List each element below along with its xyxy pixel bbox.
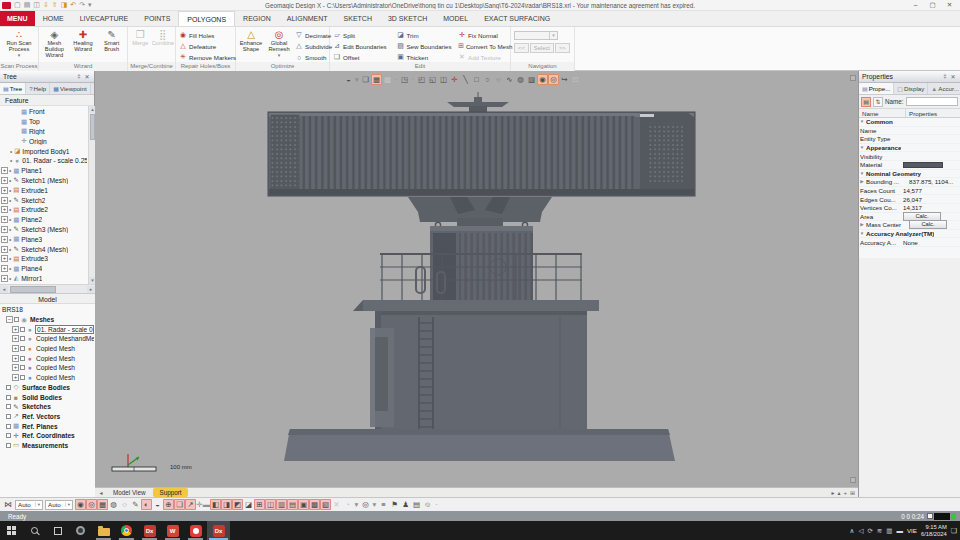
tree-horizontal-scrollbar[interactable]: ◂ ▸ <box>0 284 95 293</box>
circle-select-icon[interactable]: ○ <box>482 74 493 85</box>
tab-viewpoint[interactable]: ▦ Viewpoint <box>50 83 90 94</box>
import-icon[interactable]: ⇩ <box>43 0 49 10</box>
spline-select-icon[interactable]: ∿ <box>504 74 515 85</box>
taskbar-writer[interactable]: W <box>161 521 184 540</box>
task-view-button[interactable] <box>46 521 69 540</box>
nav-next-button[interactable]: >> <box>555 43 570 53</box>
expand-icon[interactable]: + <box>12 326 19 333</box>
close-button[interactable]: ✕ <box>941 0 958 10</box>
model-tree-item[interactable]: + ● Copied Mesh <box>1 344 94 354</box>
snap-mode-combo[interactable]: Auto ▾ <box>45 500 73 510</box>
model-tree-item[interactable]: BRS18 <box>1 305 94 315</box>
visibility-checkbox[interactable] <box>6 385 11 390</box>
feature-tree-item[interactable]: + • ◭ Mirror1 <box>1 274 87 284</box>
deselect-icon[interactable]: ↪ <box>559 74 570 85</box>
property-row[interactable]: Material <box>859 161 960 170</box>
visibility-checkbox[interactable] <box>6 414 11 419</box>
undo-icon[interactable]: ↶ <box>70 0 76 10</box>
tab-points[interactable]: POINTS <box>136 11 178 26</box>
decimate-button[interactable]: ▽ Decimate <box>293 30 334 40</box>
tab-tree[interactable]: ▤ Tree <box>0 83 26 94</box>
normal-display-icon[interactable]: ↗ <box>185 499 196 510</box>
feature-tree-item[interactable]: + • ▦ Plane3 <box>1 234 87 244</box>
nav-select-button[interactable]: Select <box>530 43 554 53</box>
taskbar-clock[interactable]: 9:15 AM 6/18/2024 <box>921 524 947 536</box>
categorized-view-button[interactable]: ▤ <box>861 97 871 107</box>
model-tree-item[interactable]: + ● Copied Mesh <box>1 353 94 363</box>
split-button[interactable]: ▱ Split <box>331 30 394 40</box>
cube-display-icon[interactable]: ❑ <box>174 499 185 510</box>
plane-top-icon[interactable]: ◱ <box>427 74 438 85</box>
enhance-shape-button[interactable]: △ Enhance Shape <box>237 28 265 62</box>
property-row[interactable]: ▼ Appearance <box>859 144 960 153</box>
network-status-icon[interactable]: ▥ <box>886 527 892 535</box>
navigation-combo[interactable]: ▾ <box>514 31 558 40</box>
ellipse-select-icon[interactable]: ◌ <box>493 74 504 85</box>
model-tree-item[interactable]: ↗ Ref. Vectors <box>1 412 94 422</box>
tab-model-view[interactable]: Model View <box>107 488 151 497</box>
tab-sketch[interactable]: SKETCH <box>336 11 380 26</box>
edit-boundaries-button[interactable]: ⊿ Edit Boundaries <box>331 41 394 51</box>
model-tree-item[interactable]: ▦ Ref. Planes <box>1 421 94 431</box>
property-row[interactable]: ▼ Nominal Geometry <box>859 170 960 179</box>
expand-icon[interactable]: + <box>1 216 8 223</box>
taskbar-chrome[interactable] <box>115 521 138 540</box>
remove-markers-button[interactable]: ✳ Remove Markers <box>177 52 238 62</box>
minimize-button[interactable]: – <box>907 0 924 10</box>
point-cloud-view-icon[interactable]: ▦ <box>97 499 108 510</box>
camera-view-4-icon[interactable]: ◪ <box>243 499 254 510</box>
tab-exact-surfacing[interactable]: EXACT SURFACING <box>476 11 558 26</box>
feature-tree-item[interactable]: ▦ Front <box>1 107 87 117</box>
expand-icon[interactable]: + <box>1 226 8 233</box>
visibility-checkbox[interactable] <box>20 365 25 370</box>
hidden-line-icon[interactable]: ◌ <box>119 499 130 510</box>
property-row[interactable]: Name <box>859 127 960 136</box>
filter-region-icon[interactable]: ▥ <box>276 499 287 510</box>
feature-tree-item[interactable]: + • ✎ Sketch3 (Mesh) <box>1 225 87 235</box>
edit-display-icon[interactable]: ✎ <box>130 499 141 510</box>
open-file-icon[interactable]: ▤ <box>24 0 31 10</box>
scroll-right-icon[interactable]: ▸ <box>87 286 95 293</box>
filter-surface-icon[interactable]: ▣ <box>298 499 309 510</box>
anchor-tool-icon[interactable]: ✛ <box>449 74 460 85</box>
global-remesh-button[interactable]: ◎ Global Remesh ▾ <box>265 28 293 62</box>
radar-3d-model[interactable] <box>95 71 858 487</box>
tab-model[interactable]: MODEL <box>435 11 476 26</box>
filter-sketch-icon[interactable]: ▧ <box>320 499 331 510</box>
section-view-icon[interactable]: ◫ <box>438 74 449 85</box>
tree-vertical-scrollbar[interactable]: ▴ ▾ <box>88 106 95 284</box>
expand-icon[interactable]: + <box>1 236 8 243</box>
expand-icon[interactable]: + <box>1 206 8 213</box>
expand-icon[interactable]: + <box>1 246 8 253</box>
tab-properties[interactable]: ▤ Prope... <box>859 83 894 94</box>
scroll-left-icon[interactable]: ◂ <box>0 286 8 293</box>
taskbar-app-circle[interactable] <box>69 521 92 540</box>
overflow-caret-icon[interactable]: ▾ <box>353 499 360 510</box>
start-button[interactable] <box>0 521 23 540</box>
visibility-checkbox[interactable] <box>6 424 11 429</box>
line-select-icon[interactable]: ╲ <box>460 74 471 85</box>
merge-button[interactable]: ❐ Merge <box>129 28 152 62</box>
feature-tree-item[interactable]: ▦ Top <box>1 117 87 127</box>
qat-customize-icon[interactable]: ▾ <box>88 0 92 10</box>
thicken-button[interactable]: ▣ Thicken <box>394 52 456 62</box>
offset-button[interactable]: ❏ Offset <box>331 52 394 62</box>
visibility-checkbox[interactable] <box>6 404 11 409</box>
filter-cut-icon[interactable]: ✕ <box>331 499 342 510</box>
model-tree-item[interactable]: ✎ Sketches <box>1 402 94 412</box>
taskbar-design-x[interactable]: Dx <box>138 521 161 540</box>
visibility-checkbox[interactable] <box>6 443 11 448</box>
expand-icon[interactable]: + <box>1 255 8 262</box>
smooth-button[interactable]: ○ Smooth <box>293 52 334 62</box>
feature-tree-item[interactable]: + • ▤ Extrude2 <box>1 205 87 215</box>
shaded-view-icon[interactable]: ◉ <box>75 499 86 510</box>
camera-view-2-icon[interactable]: ◨ <box>221 499 232 510</box>
curvature-display-icon[interactable]: ◐ <box>141 499 152 510</box>
feature-tree-item[interactable]: + • ✎ Sketch4 (Mesh) <box>1 244 87 254</box>
name-input[interactable] <box>906 97 958 106</box>
sort-az-button[interactable]: ⇅ <box>873 97 883 107</box>
close-icon[interactable]: ✕ <box>83 73 91 80</box>
tab-scroll-left-icon[interactable]: ◂ <box>97 489 105 496</box>
tab-display[interactable]: ▢ Display <box>894 83 928 94</box>
material-swatch[interactable] <box>903 162 943 168</box>
